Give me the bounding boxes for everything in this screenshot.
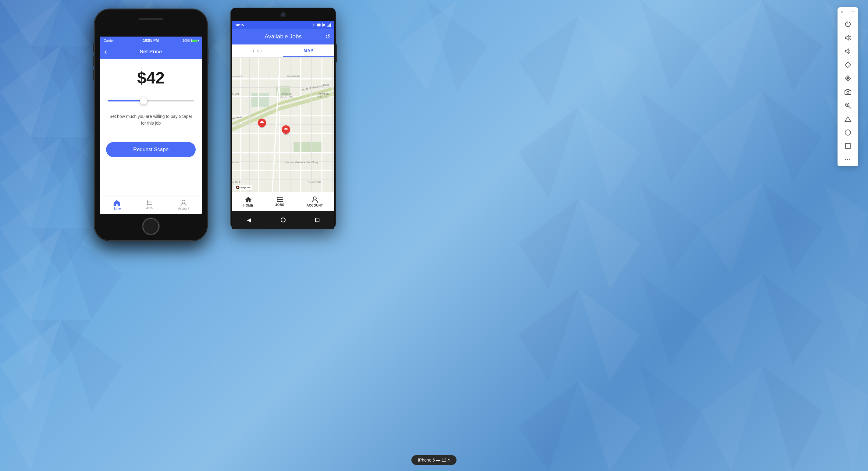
iphone-nav-home[interactable]: Home [113,199,121,210]
screenshot-button[interactable] [841,72,855,85]
power-button[interactable] [841,18,855,31]
svg-marker-50 [579,289,640,381]
svg-marker-48 [823,183,868,259]
minimize-icon[interactable]: — [851,9,855,14]
svg-marker-44 [579,198,640,289]
android-home-btn[interactable] [281,218,286,222]
android-map: Concession St INCH PARK BUCHANAN HAMILTO… [232,58,334,192]
svg-marker-58 [701,366,762,471]
iphone-status-bar: Carrier 10:15 PM 100% [100,37,202,44]
android-device: 10:15 [230,8,336,229]
svg-marker-17 [61,320,122,411]
svg-point-68 [313,24,314,26]
triangle-icon [844,116,851,123]
android-tabs: LIST MAP [232,44,334,58]
iphone-time: 10:15 PM [143,38,159,43]
svg-marker-57 [640,366,701,471]
zoom-button[interactable] [841,99,855,112]
jobs-nav-icon [146,200,153,206]
android-nav-jobs[interactable]: JOBS [276,196,284,207]
close-icon[interactable]: × [841,10,843,14]
svg-marker-56 [579,381,640,471]
android-recents-btn[interactable] [315,218,319,222]
svg-point-65 [147,202,148,203]
android-account-icon [311,196,318,203]
iphone-main-content: $42 Set how much you are willing to pay … [100,59,202,196]
list-tab[interactable]: LIST [232,44,283,57]
iphone-speaker [139,18,163,20]
iphone-home-button[interactable] [142,218,160,235]
description-line1: Set how much you are willing to pay Scap… [110,114,192,119]
android-signal-icon [327,24,331,27]
svg-marker-43 [518,198,579,289]
svg-line-143 [849,106,850,108]
map-svg: Concession St INCH PARK BUCHANAN HAMILTO… [232,58,334,192]
device-label: iPhone 6 — 12.4 [411,455,457,465]
svg-point-135 [277,197,279,199]
android-screen: 10:15 [232,21,334,211]
android-jobs-icon [276,196,283,202]
price-slider[interactable] [106,96,196,105]
svg-rect-73 [327,26,328,27]
square-button[interactable] [841,139,855,153]
circle-button[interactable] [841,126,855,139]
android-page-title: Available Jobs [265,33,302,40]
slider-thumb[interactable] [140,97,147,104]
volume-down-icon [844,48,851,55]
android-camera [280,12,286,18]
svg-marker-41 [762,91,823,183]
iphone-screen: Carrier 10:15 PM 100% ‹ Set Pr [100,37,202,214]
power-icon [844,21,851,27]
android-battery-icon [317,24,321,27]
toolbar-header: × — [838,7,858,18]
description-line2: for this job [141,121,161,126]
refresh-button[interactable]: ↻ [325,33,330,40]
volume-up-button[interactable] [841,31,855,44]
android-nav-home[interactable]: HOME [244,196,253,207]
rotate-button[interactable] [841,58,855,72]
camera-icon [844,89,851,95]
svg-marker-49 [518,289,579,381]
price-description: Set how much you are willing to pay Scap… [106,113,195,127]
more-button[interactable]: ··· [841,153,855,166]
svg-rect-148 [845,144,850,148]
android-jobs-label: JOBS [276,203,284,207]
svg-marker-140 [845,49,849,54]
volume-up-icon [844,34,851,41]
svg-point-136 [277,199,279,200]
svg-text:Rymal Rd E: Rymal Rd E [308,181,321,183]
svg-text:MOUNTAIN: MOUNTAIN [279,95,292,98]
svg-marker-59 [762,366,823,471]
zoom-icon [844,102,851,109]
iphone-bottom-nav: Home Jobs Accoun [100,196,202,214]
svg-marker-139 [845,35,849,40]
iphone-device: Carrier 10:15 PM 100% ‹ Set Pr [94,9,207,241]
screenshot-icon [844,75,851,82]
svg-point-131 [237,187,238,188]
rotate-icon [844,62,851,68]
android-nav-account[interactable]: ACCOUNT [307,196,323,207]
svg-marker-146 [845,117,851,122]
android-time: 10:15 [235,23,244,27]
svg-text:RYCKMANS: RYCKMANS [232,161,239,164]
back-button[interactable]: ‹ [104,48,107,56]
svg-marker-55 [518,381,579,471]
device-label-text: iPhone 6 — 12.4 [418,458,450,463]
request-scape-button[interactable]: Request Scape [106,142,196,157]
price-display: $42 [137,68,164,87]
svg-text:Twenty Rd E: Twenty Rd E [232,181,241,183]
volume-down-button[interactable] [841,44,855,58]
android-back-btn[interactable]: ◀ [247,217,251,223]
iphone-nav-jobs[interactable]: Jobs [146,200,153,210]
home-nav-icon [113,199,120,206]
triangle-button[interactable] [841,113,855,126]
camera-button[interactable] [841,85,855,99]
carrier-text: Carrier [104,39,114,42]
svg-text:Concession St: Concession St [232,75,243,78]
android-bottom-nav: HOME JOBS [232,192,334,211]
iphone-nav-account[interactable]: Account [178,199,189,210]
svg-point-66 [147,204,148,205]
circle-icon [844,129,851,136]
svg-marker-34 [701,0,762,91]
map-tab[interactable]: MAP [283,44,334,57]
